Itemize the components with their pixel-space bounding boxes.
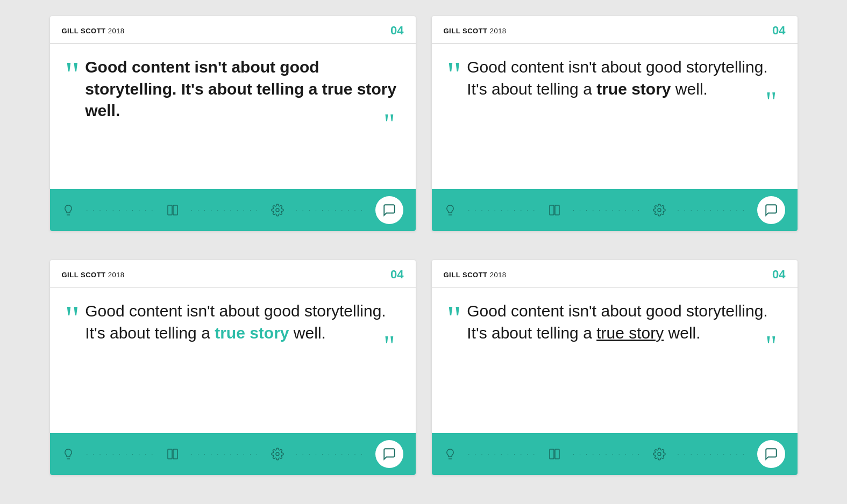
brain-gear-icon-3: [271, 448, 284, 460]
quote-text-4: Good content isn't about good storytelli…: [467, 300, 782, 344]
quote-suffix-2: well.: [671, 80, 708, 98]
open-quote-2: ": [447, 60, 462, 89]
dots-4b: · · · · · · · · · · ·: [573, 451, 641, 457]
brain-gear-icon-1: [271, 204, 284, 217]
svg-rect-7: [173, 449, 177, 459]
brand-year-4: 2018: [490, 271, 507, 279]
quote-suffix-3: well.: [289, 324, 326, 342]
svg-point-8: [276, 452, 279, 456]
book-icon-1: [166, 204, 179, 217]
quote-text-1: Good content isn't about good storytelli…: [85, 56, 400, 122]
brand-name-4: GILL SCOTT: [444, 271, 488, 279]
quote-highlight-3: true story: [215, 324, 289, 342]
slide-header-2: GILL SCOTT 2018 04: [432, 16, 798, 44]
chat-circle-1: [375, 196, 403, 224]
open-quote-3: ": [65, 304, 80, 333]
open-quote-4: ": [447, 304, 462, 333]
chat-icon-2: [764, 203, 778, 217]
svg-point-11: [658, 452, 661, 456]
quote-highlight-4: true story: [596, 324, 664, 342]
chat-icon-1: [382, 203, 396, 217]
brain-gear-icon-2: [653, 204, 666, 217]
book-icon-2: [548, 204, 561, 217]
close-quote-1: ": [383, 110, 395, 138]
book-icon-3: [166, 448, 179, 460]
brand-year-2: 2018: [490, 27, 507, 35]
slide-body-1: " Good content isn't about good storytel…: [50, 44, 416, 189]
footer-icons-4: · · · · · · · · · · · · · · · · · · · · …: [444, 440, 786, 468]
slide-brand-4: GILL SCOTT 2018: [444, 271, 507, 279]
svg-rect-6: [168, 449, 172, 459]
chat-icon-3: [382, 447, 396, 461]
quote-text-wrap-1: Good content isn't about good storytelli…: [85, 56, 400, 122]
dots-1b: · · · · · · · · · · ·: [191, 207, 259, 213]
slide-number-3: 04: [390, 268, 403, 282]
svg-rect-9: [550, 449, 554, 459]
lightbulb-icon-2: [444, 204, 457, 217]
brand-name-2: GILL SCOTT: [444, 27, 488, 35]
chat-circle-2: [757, 196, 785, 224]
quote-text-2: Good content isn't about good storytelli…: [467, 56, 782, 100]
svg-rect-0: [168, 205, 172, 215]
dots-3a: · · · · · · · · · · ·: [86, 451, 154, 457]
slide-body-3: " Good content isn't about good storytel…: [50, 287, 416, 433]
dots-2c: · · · · · · · · · · ·: [678, 207, 746, 213]
chat-circle-3: [375, 440, 403, 468]
svg-point-2: [276, 208, 279, 212]
svg-rect-1: [173, 205, 177, 215]
chat-circle-4: [757, 440, 785, 468]
dots-2a: · · · · · · · · · · ·: [468, 207, 536, 213]
slide-body-2: " Good content isn't about good storytel…: [432, 44, 798, 189]
lightbulb-icon-1: [62, 204, 75, 217]
quote-highlight-2: true story: [596, 80, 671, 98]
quote-text-wrap-4: Good content isn't about good storytelli…: [467, 300, 782, 344]
dots-1c: · · · · · · · · · · ·: [296, 207, 364, 213]
chat-icon-4: [764, 447, 778, 461]
slide-number-2: 04: [772, 24, 785, 38]
svg-point-5: [658, 208, 661, 212]
slide-header-4: GILL SCOTT 2018 04: [432, 260, 798, 287]
slide-footer-3: · · · · · · · · · · · · · · · · · · · · …: [50, 433, 416, 475]
slide-header-1: GILL SCOTT 2018 04: [50, 16, 416, 44]
slide-3: GILL SCOTT 2018 04 " Good content isn't …: [50, 260, 416, 475]
dots-3b: · · · · · · · · · · ·: [191, 451, 259, 457]
dots-2b: · · · · · · · · · · ·: [573, 207, 641, 213]
brand-year-3: 2018: [108, 271, 125, 279]
footer-icons-2: · · · · · · · · · · · · · · · · · · · · …: [444, 196, 786, 224]
brain-gear-icon-4: [653, 448, 666, 460]
open-quote-1: ": [65, 60, 80, 89]
svg-rect-3: [550, 205, 554, 215]
book-icon-4: [548, 448, 561, 460]
footer-icons-3: · · · · · · · · · · · · · · · · · · · · …: [62, 440, 404, 468]
slide-header-3: GILL SCOTT 2018 04: [50, 260, 416, 287]
dots-1a: · · · · · · · · · · ·: [86, 207, 154, 213]
svg-rect-4: [555, 205, 559, 215]
slide-2: GILL SCOTT 2018 04 " Good content isn't …: [432, 16, 798, 231]
slide-footer-1: · · · · · · · · · · · · · · · · · · · · …: [50, 189, 416, 231]
brand-name: GILL SCOTT: [62, 27, 106, 35]
close-quote-2: ": [765, 88, 777, 116]
slide-body-4: " Good content isn't about good storytel…: [432, 287, 798, 433]
lightbulb-icon-4: [444, 448, 457, 460]
quote-text-wrap-3: Good content isn't about good storytelli…: [85, 300, 400, 344]
dots-4c: · · · · · · · · · · ·: [678, 451, 746, 457]
slide-footer-4: · · · · · · · · · · · · · · · · · · · · …: [432, 433, 798, 475]
slide-footer-2: · · · · · · · · · · · · · · · · · · · · …: [432, 189, 798, 231]
footer-icons-1: · · · · · · · · · · · · · · · · · · · · …: [62, 196, 404, 224]
slide-number-1: 04: [390, 24, 403, 38]
svg-rect-10: [555, 449, 559, 459]
brand-name-3: GILL SCOTT: [62, 271, 106, 279]
quote-suffix-4: well.: [664, 324, 700, 342]
slide-1: GILL SCOTT 2018 04 " Good content isn't …: [50, 16, 416, 231]
close-quote-3: ": [383, 332, 395, 360]
dots-3c: · · · · · · · · · · ·: [296, 451, 364, 457]
dots-4a: · · · · · · · · · · ·: [468, 451, 536, 457]
quote-text-3: Good content isn't about good storytelli…: [85, 300, 400, 344]
lightbulb-icon-3: [62, 448, 75, 460]
slide-4: GILL SCOTT 2018 04 " Good content isn't …: [432, 260, 798, 475]
slide-brand-1: GILL SCOTT 2018: [62, 27, 125, 35]
close-quote-4: ": [765, 332, 777, 360]
slide-number-4: 04: [772, 268, 785, 282]
slide-brand-3: GILL SCOTT 2018: [62, 271, 125, 279]
quote-text-wrap-2: Good content isn't about good storytelli…: [467, 56, 782, 100]
